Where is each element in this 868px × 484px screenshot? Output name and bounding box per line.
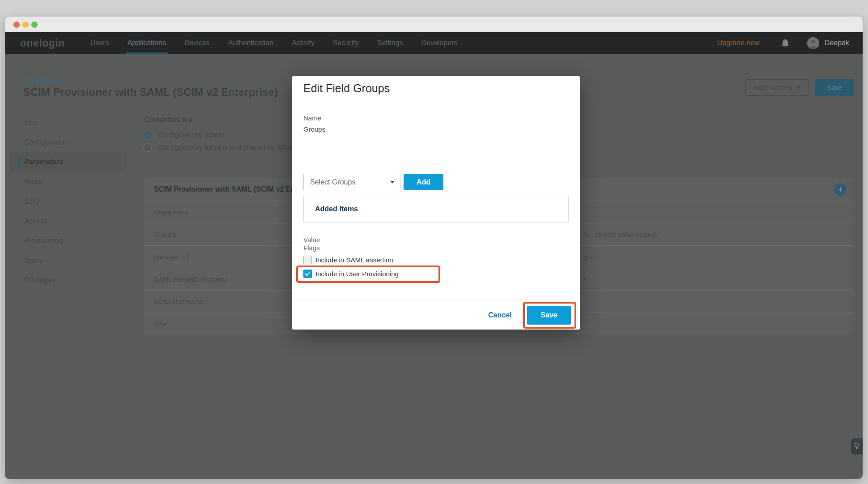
row-field-label: SCIM Username	[154, 298, 204, 305]
bell-icon[interactable]	[781, 39, 789, 47]
select-groups-dropdown[interactable]: Select Groups	[303, 174, 400, 190]
row-field-label: SAML NameID (Subject)	[154, 275, 227, 283]
sidebar-item-rules[interactable]: Rules	[10, 172, 127, 192]
nav-item-devices[interactable]: Devices	[184, 32, 210, 54]
checkbox-label: Include in User Provisioning	[315, 270, 399, 278]
page-title: SCIM Provisioner with SAML (SCIM v2 Ente…	[23, 86, 278, 99]
row-field-label: Manager ID	[154, 253, 189, 261]
row-value-fragment: -	[583, 275, 586, 283]
checkbox-label: Include in SAML assertion	[315, 256, 393, 264]
row-field-label: Title	[154, 320, 166, 328]
chevron-down-icon	[390, 181, 395, 184]
navbar-right: Upgrade now Deepak	[717, 37, 849, 49]
nav-item-activity[interactable]: Activity	[292, 32, 315, 54]
top-navbar: onelogin Users Applications Devices Auth…	[5, 32, 863, 54]
sidebar-item-parameters[interactable]: Parameters	[10, 152, 127, 172]
chevron-down-icon	[796, 86, 801, 89]
name-label: Name	[303, 114, 321, 122]
nav-menu: Users Applications Devices Authenticatio…	[90, 32, 476, 54]
cancel-button[interactable]: Cancel	[488, 311, 511, 319]
zoom-icon[interactable]	[31, 21, 38, 28]
add-parameter-button[interactable]: +	[834, 183, 847, 196]
radio-configured-by-admin[interactable]: Configured by admin	[143, 130, 224, 140]
radio-label: Configured by admins and shared by all u…	[158, 144, 312, 152]
row-field-label: Groups	[154, 231, 176, 238]
sidebar-item-configuration[interactable]: Configuration	[10, 133, 127, 152]
upgrade-now-link[interactable]: Upgrade now	[717, 39, 760, 47]
radio-unselected-icon[interactable]	[143, 143, 152, 152]
nav-item-security[interactable]: Security	[333, 32, 359, 54]
onelogin-logo[interactable]: onelogin	[20, 37, 65, 49]
check-icon	[305, 271, 311, 276]
nav-item-applications[interactable]: Applications	[128, 32, 166, 54]
credentials-label: Credentials are	[144, 116, 193, 124]
sidebar-item-users[interactable]: Users	[10, 251, 127, 270]
flags-label: Flags	[303, 244, 320, 252]
user-name[interactable]: Deepak	[825, 39, 849, 47]
modal-header: Edit Field Groups	[292, 76, 580, 101]
radio-label: Configured by admin	[158, 131, 224, 139]
select-placeholder: Select Groups	[310, 178, 390, 186]
checkbox-checked-icon[interactable]	[303, 270, 312, 278]
hint-button[interactable]	[851, 438, 863, 454]
sidebar-item-privileges[interactable]: Privileges	[10, 270, 127, 290]
row-value-fragment: m-- (Single value output)	[583, 231, 657, 238]
sidebar-item-info[interactable]: Info	[10, 113, 127, 133]
lightbulb-icon	[854, 442, 859, 450]
nav-item-settings[interactable]: Settings	[377, 32, 403, 54]
breadcrumb[interactable]: Applications /	[25, 76, 65, 84]
more-actions-button[interactable]: More Actions	[745, 79, 809, 96]
sidebar-item-access[interactable]: Access	[10, 211, 127, 231]
modal-title: Edit Field Groups	[303, 82, 390, 95]
add-button[interactable]: Add	[404, 174, 443, 190]
nav-item-authentication[interactable]: Authentication	[228, 32, 273, 54]
sidebar-item-provisioning[interactable]: Provisioning	[10, 231, 127, 251]
checkbox-include-user-provisioning[interactable]: Include in User Provisioning	[303, 270, 399, 278]
radio-selected-icon[interactable]	[143, 131, 152, 140]
minimize-icon[interactable]	[22, 21, 29, 28]
radio-configured-by-admins-shared[interactable]: Configured by admins and shared by all u…	[143, 143, 312, 153]
checkbox-include-saml-assertion[interactable]: Include in SAML assertion	[303, 256, 393, 264]
header-save-button[interactable]: Save	[815, 79, 854, 96]
row-field-label: Department	[154, 208, 189, 216]
more-actions-label: More Actions	[753, 84, 792, 91]
app-sidebar: Info Configuration Parameters Rules SSO …	[10, 113, 127, 290]
close-icon[interactable]	[13, 21, 20, 28]
edit-field-groups-modal: Edit Field Groups Name Groups Value Sele…	[292, 76, 580, 330]
nav-item-developers[interactable]: Developers	[421, 32, 457, 54]
sidebar-item-sso[interactable]: SSO	[10, 192, 127, 211]
added-items-label: Added Items	[315, 205, 358, 213]
value-label: Value	[303, 236, 320, 244]
modal-save-button[interactable]: Save	[527, 306, 571, 325]
row-value-fragment: ger -	[583, 253, 597, 261]
name-value: Groups	[303, 125, 325, 133]
checkbox-unchecked-icon[interactable]	[303, 256, 312, 264]
added-items-box: Added Items	[303, 196, 569, 223]
window-titlebar	[5, 17, 863, 32]
nav-item-users[interactable]: Users	[90, 32, 109, 54]
avatar[interactable]	[807, 37, 819, 49]
